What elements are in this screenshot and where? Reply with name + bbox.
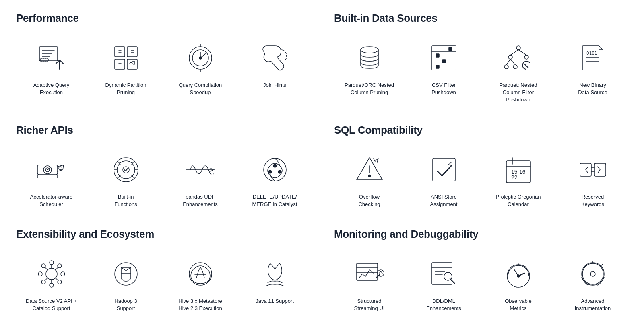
performance-grid: Adaptive QueryExecution [16, 36, 310, 100]
svg-line-37 [506, 59, 510, 65]
svg-rect-59 [506, 161, 530, 183]
item-ansi-store: ANSI StoreAssignment [409, 148, 479, 212]
reserved-keywords-label: ReservedKeywords [581, 193, 604, 208]
item-parquet-orc: Parquet/ORC NestedColumn Pruning [334, 36, 405, 108]
item-reserved-keywords: ReservedKeywords [557, 148, 628, 212]
sql-compat-grid: OverflowChecking ANSI StoreAssignment [334, 148, 628, 212]
svg-text:16: 16 [519, 169, 526, 175]
svg-line-81 [45, 267, 48, 270]
monitoring-grid: StructuredStreaming UI DDL/DMLEnhancemen [334, 252, 628, 316]
csv-filter-label: CSV FilterPushdown [431, 82, 456, 96]
observable-metrics-label: ObservableMetrics [505, 298, 531, 312]
svg-rect-29 [436, 65, 439, 68]
advanced-instrumentation-icon [575, 256, 611, 292]
svg-point-53 [273, 164, 277, 167]
advanced-instrumentation-label: AdvancedInstrumentation [575, 298, 611, 312]
svg-rect-88 [357, 263, 378, 280]
structured-streaming-icon [351, 256, 388, 292]
item-proleptic: 15 16 22 Proleptic GregorianCalendar [483, 148, 553, 212]
svg-rect-5 [115, 47, 125, 57]
section-performance: Performance Adaptive QueryExecution [16, 12, 310, 108]
svg-line-82 [55, 267, 58, 270]
section-title-sql: SQL Compatibility [334, 124, 628, 136]
built-in-functions-label: Built-inFunctions [114, 193, 137, 208]
datasource-v2-icon [33, 256, 70, 292]
svg-line-84 [55, 278, 58, 280]
java11-label: Java 11 Support [256, 298, 294, 305]
join-hints-icon [257, 40, 293, 76]
item-observable-metrics: ObservableMetrics [483, 252, 553, 316]
ddl-dml-icon [426, 256, 462, 292]
svg-line-35 [510, 50, 518, 55]
ddl-dml-label: DDL/DMLEnhancements [426, 298, 461, 312]
hive-metastore-label: Hive 3.x MetastoreHive 2.3 Execution [178, 298, 222, 312]
hive-metastore-icon [182, 256, 219, 292]
item-join-hints: Join Hints [239, 36, 310, 100]
item-built-in-functions: Built-inFunctions [91, 148, 161, 212]
svg-rect-92 [432, 263, 452, 284]
svg-point-32 [524, 55, 528, 59]
svg-point-99 [517, 275, 520, 277]
svg-text:22: 22 [511, 174, 518, 181]
svg-rect-26 [436, 54, 439, 57]
svg-point-71 [38, 272, 42, 276]
built-in-functions-icon [108, 152, 144, 188]
adaptive-query-label: Adaptive QueryExecution [33, 82, 70, 96]
svg-rect-28 [449, 47, 452, 51]
svg-point-30 [516, 46, 520, 50]
item-hadoop3: Hadoop 3Support [91, 252, 161, 316]
java11-icon [257, 256, 293, 292]
item-query-compilation: Query CompilationSpeedup [165, 36, 235, 100]
item-adaptive-query: Adaptive QueryExecution [16, 36, 87, 100]
hadoop3-label: Hadoop 3Support [114, 298, 137, 312]
accelerator-aware-icon [33, 152, 70, 188]
structured-streaming-label: StructuredStreaming UI [354, 298, 385, 312]
svg-point-45 [59, 167, 62, 170]
built-in-grid: Parquet/ORC NestedColumn Pruning [334, 36, 628, 108]
svg-line-83 [45, 278, 48, 280]
svg-point-70 [50, 283, 54, 287]
item-overflow-checking: OverflowChecking [334, 148, 405, 212]
item-structured-streaming: StructuredStreaming UI [334, 252, 405, 316]
section-richer-apis: Richer APIs Accelerator-aware [16, 124, 310, 212]
svg-rect-27 [442, 60, 446, 63]
new-binary-label: New BinaryData Source [578, 82, 607, 96]
section-built-in-data-sources: Built-in Data Sources Parquet/ORC Nested… [334, 12, 628, 108]
dynamic-partition-icon [108, 40, 144, 76]
accelerator-aware-label: Accelerator-awareScheduler [30, 193, 73, 208]
parquet-orc-label: Parquet/ORC NestedColumn Pruning [345, 82, 394, 96]
section-title-built-in: Built-in Data Sources [334, 12, 628, 25]
hadoop3-icon [108, 256, 144, 292]
item-dynamic-partition: Dynamic PartitionPruning [91, 36, 161, 100]
parquet-orc-icon [351, 40, 388, 76]
section-title-richer-apis: Richer APIs [16, 124, 310, 136]
proleptic-icon: 15 16 22 [500, 152, 537, 188]
svg-line-36 [518, 50, 526, 55]
parquet-nested-label: Parquet: NestedColumn FilterPushdown [500, 82, 537, 104]
item-datasource-v2: Data Source V2 API +Catalog Support [16, 252, 87, 316]
query-compilation-icon [182, 40, 219, 76]
join-hints-label: Join Hints [263, 82, 286, 89]
svg-point-106 [590, 271, 595, 276]
pandas-udf-label: pandas UDFEnhancements [183, 193, 218, 208]
svg-point-50 [123, 167, 129, 173]
svg-rect-7 [115, 59, 125, 69]
csv-filter-icon [426, 40, 462, 76]
item-ddl-dml: DDL/DMLEnhancements [409, 252, 479, 316]
reserved-keywords-icon [575, 152, 611, 188]
item-csv-filter: CSV FilterPushdown [409, 36, 479, 108]
svg-point-48 [114, 158, 138, 182]
item-advanced-instrumentation: AdvancedInstrumentation [557, 252, 628, 316]
item-parquet-nested: Parquet: NestedColumn FilterPushdown [483, 36, 553, 108]
overflow-checking-icon [351, 152, 388, 188]
delete-update-label: DELETE/UPDATE/MERGE in Catalyst [252, 193, 297, 208]
svg-point-97 [444, 272, 452, 280]
svg-point-21 [361, 47, 378, 53]
proleptic-label: Proleptic GregorianCalendar [496, 193, 541, 208]
svg-point-55 [268, 170, 272, 173]
richer-apis-grid: Accelerator-awareScheduler Built-inFunct… [16, 148, 310, 212]
ansi-store-label: ANSI StoreAssignment [430, 193, 458, 208]
item-delete-update: DELETE/UPDATE/MERGE in Catalyst [239, 148, 310, 212]
item-hive-metastore: Hive 3.x MetastoreHive 2.3 Execution [165, 252, 235, 316]
dynamic-partition-label: Dynamic PartitionPruning [105, 82, 147, 96]
